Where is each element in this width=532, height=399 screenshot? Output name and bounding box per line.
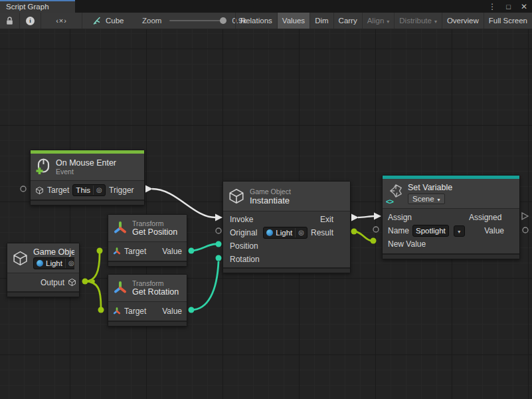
distribute-button[interactable]: Distribute ▾ xyxy=(394,13,442,29)
cube-icon xyxy=(12,250,29,267)
original-label: Original xyxy=(230,228,260,237)
node-footer xyxy=(383,253,519,259)
name-value: Spotlight xyxy=(416,226,446,235)
port-trigger-output[interactable] xyxy=(145,186,153,193)
port-assign-input[interactable] xyxy=(374,213,381,220)
dim-button[interactable]: Dim xyxy=(310,13,333,29)
wire-result-to-newvalue xyxy=(354,231,372,241)
wire-light-to-getposition xyxy=(85,253,100,281)
info-icon: i xyxy=(26,17,35,25)
values-button[interactable]: Values xyxy=(277,13,310,29)
node-on-mouse-enter[interactable]: On Mouse Enter Event Target This ◎ Trigg… xyxy=(30,150,145,205)
unity-variable-icon: <> xyxy=(387,184,403,203)
name-label: Name xyxy=(388,226,409,235)
lock-icon xyxy=(6,17,13,25)
wire-exit-to-assign xyxy=(358,216,375,217)
port-original-input[interactable] xyxy=(216,228,221,233)
node-set-variable[interactable]: <> Set Variable Scene ▾ Assign Assigned … xyxy=(382,175,520,259)
node-category: Game Object xyxy=(250,188,345,196)
zoom-slider[interactable] xyxy=(169,20,226,21)
port-assigned-output[interactable] xyxy=(522,213,528,219)
port-mouse-target-input[interactable] xyxy=(21,186,26,192)
port-position-value-output[interactable] xyxy=(189,248,195,254)
node-instantiate[interactable]: Game Object Instantiate Invoke Exit Orig… xyxy=(222,181,351,273)
rotation-label: Rotation xyxy=(230,255,260,264)
wire-rotation-value xyxy=(191,261,219,310)
overview-button[interactable]: Overview xyxy=(442,13,484,29)
port-name-input[interactable] xyxy=(373,227,379,232)
graph-icon xyxy=(92,16,102,26)
chevron-down-icon: ▾ xyxy=(387,19,389,25)
port-rotation-value-output[interactable] xyxy=(189,307,195,313)
relations-button[interactable]: Relations xyxy=(235,13,277,29)
chevron-down-icon: ▾ xyxy=(434,19,437,25)
port-exit-output[interactable] xyxy=(351,214,359,221)
port-newvalue-input[interactable] xyxy=(371,238,377,244)
carry-button[interactable]: Carry xyxy=(333,13,362,29)
port-position-input[interactable] xyxy=(216,241,222,247)
graph-breadcrumb[interactable]: Cube xyxy=(92,13,124,29)
transform-icon xyxy=(113,221,128,235)
maximize-icon[interactable]: □ xyxy=(506,3,511,11)
port-value-output[interactable] xyxy=(523,227,528,233)
variable-name-dropdown[interactable]: ▾ xyxy=(454,225,465,237)
inspect-button[interactable]: i xyxy=(20,13,41,29)
zoom-label: Zoom xyxy=(142,17,161,25)
lock-button[interactable] xyxy=(0,13,20,29)
port-light-output[interactable] xyxy=(82,279,88,285)
target-label: Target xyxy=(47,186,69,195)
port-getposition-target[interactable] xyxy=(97,248,103,254)
port-result-output[interactable] xyxy=(351,229,357,235)
chevron-down-icon: ▾ xyxy=(438,197,440,203)
node-footer xyxy=(223,267,350,273)
light-object-chip[interactable]: Light ◎ xyxy=(33,257,74,269)
new-value-label: New Value xyxy=(388,239,426,249)
cube-icon xyxy=(228,188,245,205)
node-title: Get Rotation xyxy=(132,287,182,297)
chevron-down-icon: ▾ xyxy=(458,229,460,235)
close-icon[interactable]: ✕ xyxy=(521,2,527,11)
tab-script-graph[interactable]: Script Graph xyxy=(0,0,75,13)
tab-bar: Script Graph ⋮ □ ✕ xyxy=(0,0,532,13)
original-value: Light xyxy=(276,228,292,237)
target-label: Target xyxy=(124,307,146,316)
output-label: Output xyxy=(41,278,64,287)
node-title: Instantiate xyxy=(250,196,345,205)
object-picker-icon[interactable]: ◎ xyxy=(93,186,102,195)
port-rotation-input[interactable] xyxy=(216,255,222,261)
transform-icon xyxy=(113,307,121,315)
edit-source-button[interactable]: ‹×› xyxy=(41,13,82,29)
node-game-object-light[interactable]: Game Object Light ◎ Output xyxy=(7,243,80,297)
object-picker-icon[interactable]: ◎ xyxy=(65,259,74,268)
menu-icon[interactable]: ⋮ xyxy=(488,2,496,11)
scope-value: Scene xyxy=(412,195,434,203)
distribute-label: Distribute xyxy=(399,17,432,25)
port-getrotation-target[interactable] xyxy=(98,307,104,313)
zoom-control: Zoom 0.9x xyxy=(142,13,246,29)
node-get-rotation[interactable]: Transform Get Rotation Target Value xyxy=(108,274,187,327)
align-button[interactable]: Align ▾ xyxy=(362,13,395,29)
node-title: Set Variable xyxy=(408,183,515,192)
align-label: Align xyxy=(367,17,385,25)
game-object-icon xyxy=(37,260,43,267)
wire-position-value xyxy=(191,244,216,251)
original-value-chip[interactable]: Light ◎ xyxy=(263,227,308,239)
game-object-icon xyxy=(266,229,273,236)
variable-name-field[interactable]: Spotlight xyxy=(412,225,449,237)
light-value: Light xyxy=(46,259,62,268)
object-picker-icon[interactable]: ◎ xyxy=(295,228,304,237)
result-label: Result xyxy=(311,228,333,237)
node-title: Get Position xyxy=(132,227,182,237)
value-label: Value xyxy=(162,307,182,316)
wire-trigger-to-invoke xyxy=(152,189,215,217)
node-get-position[interactable]: Transform Get Position Target Value xyxy=(108,214,187,267)
port-invoke-input[interactable] xyxy=(215,214,222,221)
fullscreen-button[interactable]: Full Screen xyxy=(484,13,532,29)
target-value-chip[interactable]: This ◎ xyxy=(72,184,105,196)
node-footer xyxy=(7,291,79,297)
variable-scope-dropdown[interactable]: Scene ▾ xyxy=(408,194,445,204)
target-label: Target xyxy=(124,247,146,256)
node-category: Transform xyxy=(132,219,182,227)
zoom-slider-knob[interactable] xyxy=(220,17,226,24)
graph-canvas[interactable]: On Mouse Enter Event Target This ◎ Trigg… xyxy=(0,29,532,399)
